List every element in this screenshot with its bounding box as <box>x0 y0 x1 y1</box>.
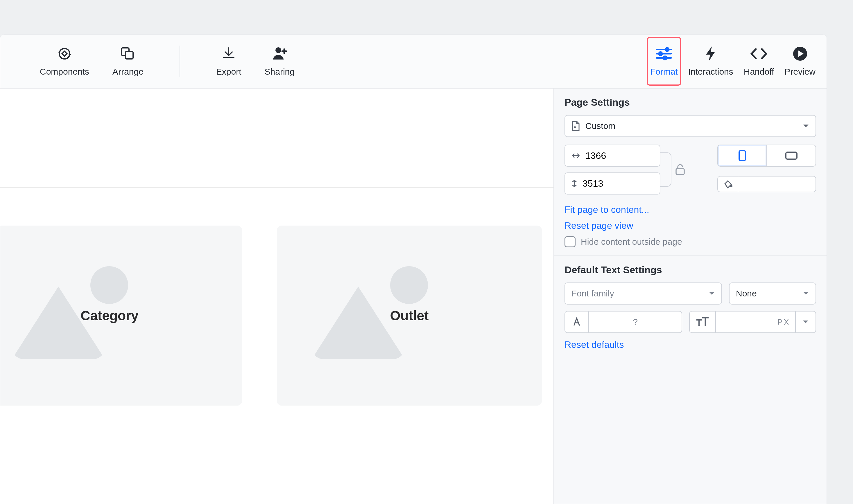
tab-interactions-label: Interactions <box>688 67 733 77</box>
components-button[interactable]: Components <box>35 35 94 88</box>
caret-down-icon[interactable] <box>795 311 816 332</box>
text-color-control[interactable]: ? <box>564 311 682 333</box>
page-settings-section: Page Settings Custom <box>554 89 826 255</box>
font-family-select-wrap: Font family <box>564 283 722 305</box>
tab-preview[interactable]: Preview <box>779 35 821 88</box>
page-width-value[interactable] <box>586 150 654 161</box>
arrange-icon <box>119 46 137 61</box>
inspector-sidebar: Page Settings Custom <box>554 89 826 504</box>
orientation-toggle <box>717 145 816 167</box>
placeholder-circle-icon <box>390 266 428 304</box>
hide-content-checkbox[interactable] <box>564 236 576 247</box>
svg-rect-12 <box>786 152 797 159</box>
svg-point-7 <box>663 56 667 60</box>
card-title: Category <box>81 308 138 323</box>
sharing-button[interactable]: Sharing <box>260 35 299 88</box>
page-preset-select[interactable]: Custom <box>564 115 816 137</box>
card-category[interactable]: Category <box>0 226 242 406</box>
font-family-value: Font family <box>572 289 614 299</box>
toolbar: Components Arrange <box>0 35 826 89</box>
sharing-label: Sharing <box>265 67 295 77</box>
hide-content-checkbox-row: Hide content outside page <box>564 236 816 247</box>
page-fill-swatch[interactable] <box>738 177 816 192</box>
tab-interactions[interactable]: Interactions <box>683 35 738 88</box>
cards-row: Category Outlet <box>0 226 542 406</box>
canvas-area[interactable]: Category Outlet <box>0 89 554 504</box>
svg-rect-11 <box>739 151 746 161</box>
placeholder-circle-icon <box>90 266 128 304</box>
page-icon <box>572 121 580 131</box>
text-settings-section: Default Text Settings Font family <box>554 255 826 363</box>
toolbar-right-group: Format Interactions <box>645 35 826 88</box>
lightning-icon <box>702 46 720 61</box>
card-title: Outlet <box>390 308 429 323</box>
app-window: Components Arrange <box>0 34 827 504</box>
height-arrow-icon <box>572 179 577 188</box>
dimension-link-bracket <box>660 152 672 187</box>
text-color-value: ? <box>588 311 682 332</box>
caret-down-icon <box>803 124 809 128</box>
export-icon <box>220 46 238 61</box>
svg-rect-1 <box>62 51 67 56</box>
page-preset-value: Custom <box>586 121 615 131</box>
page-fill-control[interactable] <box>717 176 816 192</box>
svg-point-9 <box>574 126 576 128</box>
svg-rect-10 <box>676 169 684 175</box>
orientation-landscape-button[interactable] <box>767 145 816 166</box>
export-button[interactable]: Export <box>211 35 246 88</box>
toolbar-separator <box>179 46 180 77</box>
svg-point-5 <box>666 48 669 51</box>
export-label: Export <box>216 67 241 77</box>
page-width-input[interactable] <box>564 145 660 167</box>
svg-rect-3 <box>125 51 133 59</box>
page-height-value[interactable] <box>582 178 654 189</box>
text-size-control[interactable]: PX <box>689 311 816 333</box>
tab-format-label: Format <box>650 67 678 77</box>
page-height-input[interactable] <box>564 173 660 195</box>
reset-page-view-link[interactable]: Reset page view <box>564 220 816 231</box>
card-outlet[interactable]: Outlet <box>277 226 542 406</box>
sharing-icon <box>271 46 289 61</box>
sliders-icon <box>655 46 673 61</box>
caret-down-icon <box>803 291 809 295</box>
hide-content-label: Hide content outside page <box>581 237 682 247</box>
svg-point-6 <box>659 52 662 55</box>
tab-handoff[interactable]: Handoff <box>738 35 780 88</box>
width-arrow-icon <box>572 153 580 159</box>
tab-format[interactable]: Format <box>645 35 683 88</box>
dimensions-group <box>564 145 672 195</box>
caret-down-icon <box>709 291 715 295</box>
components-icon <box>55 46 73 61</box>
font-weight-select-wrap: None <box>729 283 816 305</box>
fit-page-link[interactable]: Fit page to content... <box>564 204 816 215</box>
arrange-label: Arrange <box>112 67 143 77</box>
reset-defaults-link[interactable]: Reset defaults <box>564 339 816 350</box>
toolbar-left-group: Components Arrange <box>0 35 299 88</box>
body: Category Outlet Page Settings <box>0 89 826 504</box>
font-family-select[interactable]: Font family <box>564 283 722 305</box>
components-label: Components <box>40 67 89 77</box>
text-size-icon <box>690 311 716 332</box>
tab-preview-label: Preview <box>784 67 816 77</box>
orientation-portrait-button[interactable] <box>718 145 766 166</box>
font-weight-value: None <box>736 289 757 299</box>
svg-point-13 <box>730 185 732 187</box>
fill-bucket-icon <box>718 177 738 192</box>
svg-point-4 <box>275 47 281 53</box>
arrange-button[interactable]: Arrange <box>108 35 148 88</box>
tab-handoff-label: Handoff <box>744 67 774 77</box>
canvas-page: Category Outlet <box>0 187 554 454</box>
unlock-icon[interactable] <box>674 163 686 176</box>
page-settings-title: Page Settings <box>564 97 816 108</box>
text-size-unit: PX <box>716 311 795 332</box>
text-color-icon <box>565 311 588 332</box>
font-weight-select[interactable]: None <box>729 283 816 305</box>
play-icon <box>791 46 809 61</box>
code-icon <box>750 46 768 61</box>
text-settings-title: Default Text Settings <box>564 264 816 275</box>
